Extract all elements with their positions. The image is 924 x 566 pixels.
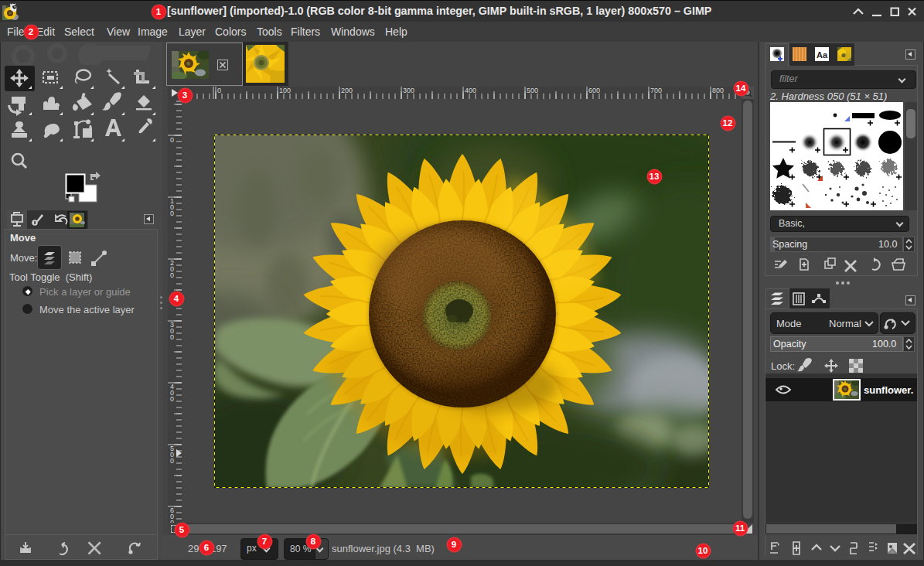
- svg-text:Aa: Aa: [817, 50, 828, 60]
